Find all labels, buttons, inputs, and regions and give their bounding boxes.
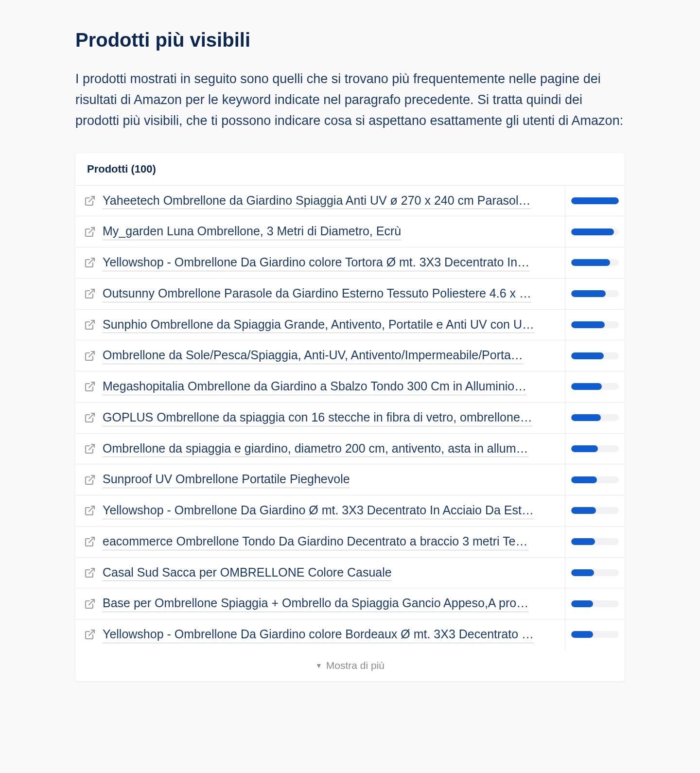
visibility-bar-cell (565, 310, 625, 340)
external-link-icon[interactable] (84, 412, 96, 423)
bar-fill (571, 352, 604, 359)
product-cell: My_garden Luna Ombrellone, 3 Metri di Di… (75, 216, 565, 247)
bar-fill (571, 507, 596, 514)
product-cell: Sunphio Ombrellone da Spiaggia Grande, A… (75, 310, 565, 340)
external-link-icon[interactable] (84, 505, 96, 516)
product-cell: Yaheetech Ombrellone da Giardino Spiaggi… (75, 186, 565, 216)
table-row: Ombrellone da spiaggia e giardino, diame… (75, 434, 625, 465)
product-link[interactable]: Yellowshop - Ombrellone Da Giardino colo… (103, 254, 529, 271)
table-row: Casal Sud Sacca per OMBRELLONE Colore Ca… (75, 558, 625, 589)
page-title: Prodotti più visibili (75, 29, 625, 51)
bar-track (571, 321, 619, 328)
external-link-icon[interactable] (84, 257, 96, 268)
svg-line-0 (89, 196, 94, 202)
visibility-bar-cell (565, 464, 625, 495)
table-row: Ombrellone da Sole/Pesca/Spiaggia, Anti-… (75, 340, 625, 371)
product-link[interactable]: Yellowshop - Ombrellone Da Giardino Ø mt… (103, 502, 534, 519)
product-cell: Yellowshop - Ombrellone Da Giardino Ø mt… (75, 495, 565, 526)
bar-track (571, 383, 619, 390)
svg-line-9 (89, 475, 94, 481)
bar-track (571, 228, 619, 235)
products-card: Prodotti (100) Yaheetech Ombrellone da G… (75, 153, 625, 681)
external-link-icon[interactable] (84, 226, 96, 238)
external-link-icon[interactable] (84, 319, 96, 331)
visibility-bar-cell (565, 340, 625, 371)
external-link-icon[interactable] (84, 195, 96, 207)
product-cell: Base per Ombrellone Spiaggia + Ombrello … (75, 588, 565, 619)
table-header: Prodotti (100) (75, 153, 625, 186)
svg-line-12 (89, 568, 94, 574)
product-cell: GOPLUS Ombrellone da spiaggia con 16 ste… (75, 403, 565, 433)
product-link[interactable]: Yaheetech Ombrellone da Giardino Spiaggi… (103, 193, 531, 210)
bar-fill (571, 197, 619, 204)
svg-line-4 (89, 320, 94, 326)
show-more-button[interactable]: ▼ Mostra di più (75, 650, 625, 681)
product-link[interactable]: eacommerce Ombrellone Tondo Da Giardino … (103, 533, 528, 550)
product-cell: Ombrellone da spiaggia e giardino, diame… (75, 434, 565, 464)
external-link-icon[interactable] (84, 474, 96, 486)
svg-line-11 (89, 537, 94, 543)
bar-track (571, 197, 619, 204)
bar-track (571, 507, 619, 514)
table-row: Yaheetech Ombrellone da Giardino Spiaggi… (75, 186, 625, 217)
svg-line-6 (89, 382, 94, 387)
bar-fill (571, 321, 605, 328)
table-row: eacommerce Ombrellone Tondo Da Giardino … (75, 527, 625, 558)
bar-track (571, 476, 619, 483)
external-link-icon[interactable] (84, 381, 96, 392)
product-link[interactable]: My_garden Luna Ombrellone, 3 Metri di Di… (103, 223, 401, 240)
svg-line-2 (89, 258, 94, 264)
visibility-bar-cell (565, 558, 625, 588)
bar-fill (571, 445, 598, 452)
bar-track (571, 445, 619, 452)
visibility-bar-cell (565, 371, 625, 402)
table-row: Sunphio Ombrellone da Spiaggia Grande, A… (75, 310, 625, 341)
table-row: Megashopitalia Ombrellone da Giardino a … (75, 371, 625, 403)
svg-line-14 (89, 630, 94, 635)
product-link[interactable]: Yellowshop - Ombrellone Da Giardino colo… (103, 626, 534, 643)
bar-track (571, 259, 619, 266)
external-link-icon[interactable] (84, 598, 96, 610)
bar-fill (571, 538, 595, 545)
external-link-icon[interactable] (84, 629, 96, 640)
bar-fill (571, 476, 597, 483)
product-link[interactable]: Base per Ombrellone Spiaggia + Ombrello … (103, 595, 528, 612)
page-description: I prodotti mostrati in seguito sono quel… (75, 69, 625, 132)
visibility-bar-cell (565, 527, 625, 557)
product-cell: Yellowshop - Ombrellone Da Giardino colo… (75, 247, 565, 278)
svg-line-1 (89, 228, 94, 233)
external-link-icon[interactable] (84, 288, 96, 299)
product-link[interactable]: Sunphio Ombrellone da Spiaggia Grande, A… (103, 316, 534, 334)
bar-track (571, 290, 619, 297)
svg-line-5 (89, 351, 94, 357)
product-cell: Sunproof UV Ombrellone Portatile Pieghev… (75, 464, 565, 495)
visibility-bar-cell (565, 403, 625, 433)
product-link[interactable]: GOPLUS Ombrellone da spiaggia con 16 ste… (103, 409, 532, 426)
bar-track (571, 352, 619, 359)
product-link[interactable]: Sunproof UV Ombrellone Portatile Pieghev… (103, 471, 350, 488)
visibility-bar-cell (565, 279, 625, 309)
bar-track (571, 538, 619, 545)
svg-line-8 (89, 444, 94, 450)
show-more-label: Mostra di più (326, 660, 385, 671)
external-link-icon[interactable] (84, 350, 96, 362)
product-link[interactable]: Ombrellone da spiaggia e giardino, diame… (103, 440, 528, 457)
visibility-bar-cell (565, 495, 625, 526)
bar-track (571, 414, 619, 421)
product-cell: Yellowshop - Ombrellone Da Giardino colo… (75, 619, 565, 650)
caret-down-icon: ▼ (315, 662, 322, 669)
external-link-icon[interactable] (84, 567, 96, 579)
table-row: Yellowshop - Ombrellone Da Giardino colo… (75, 619, 625, 650)
bar-fill (571, 414, 601, 421)
product-link[interactable]: Megashopitalia Ombrellone da Giardino a … (103, 378, 526, 395)
product-link[interactable]: Ombrellone da Sole/Pesca/Spiaggia, Anti-… (103, 347, 523, 364)
external-link-icon[interactable] (84, 536, 96, 547)
product-link[interactable]: Casal Sud Sacca per OMBRELLONE Colore Ca… (103, 564, 392, 581)
visibility-bar-cell (565, 434, 625, 464)
product-cell: Casal Sud Sacca per OMBRELLONE Colore Ca… (75, 558, 565, 588)
product-link[interactable]: Outsunny Ombrellone Parasole da Giardino… (103, 285, 531, 302)
product-cell: Ombrellone da Sole/Pesca/Spiaggia, Anti-… (75, 340, 565, 371)
external-link-icon[interactable] (84, 443, 96, 455)
table-row: Sunproof UV Ombrellone Portatile Pieghev… (75, 464, 625, 495)
visibility-bar-cell (565, 588, 625, 619)
